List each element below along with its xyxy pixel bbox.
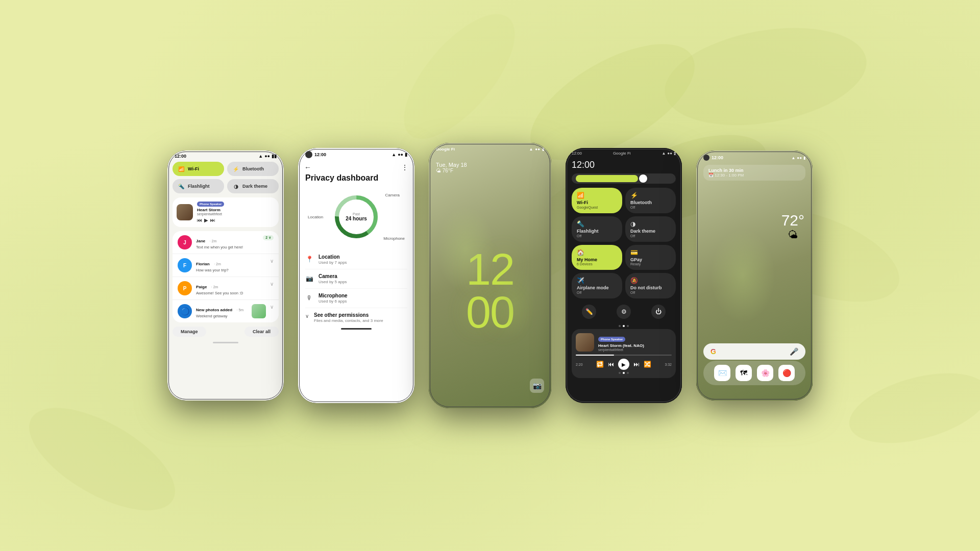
p4-tile-wifi-sub: GoogleQuest [577,206,617,209]
p1-home-indicator [213,342,238,343]
p4-time-end: 3:32 [665,363,672,366]
p2-perm-location-detail: Used by 7 apps [318,260,407,265]
p2-time: 12:00 [314,152,326,157]
p4-tile-dnd-name: Do not disturb [630,285,671,291]
p4-tile-dnd-sub: Off [630,291,671,294]
p2-see-other-subtitle: Files and media, contacts, and 3 more [314,318,407,323]
p3-bg-leaves [429,143,551,408]
notif-badge-jane: 2 ∨ [263,235,274,240]
p4-tile-bluetooth[interactable]: ⚡ Bluetooth Off [625,188,676,213]
p2-see-other-title: See other permissions [314,312,407,318]
photos-app-icon[interactable]: 🌸 [757,365,773,381]
p2-perm-microphone-detail: Used by 6 apps [318,299,407,304]
p4-edit-icon[interactable]: ✏️ [582,305,596,319]
p4-music-dot-1 [619,372,621,374]
p4-prev-btn[interactable]: ⏮ [608,361,614,368]
phone-2-privacy: 12:00 ▲ ●● ▮ ← ⋮ Privacy dashboard [298,148,414,403]
p4-tile-wifi[interactable]: 📶 Wi-Fi GoogleQuest [572,188,622,213]
p1-tile-flashlight[interactable]: 🔦 Flashlight [173,179,224,193]
p4-repeat-btn[interactable]: 🔁 [596,361,604,368]
p4-next-btn[interactable]: ⏭ [633,361,640,368]
p4-dot-2 [623,325,625,327]
location-icon: 📍 [305,255,313,263]
p5-app-dock: ✉️ 🗺 🌸 🔴 [703,361,805,385]
p2-microphone-label: Microphone [383,236,405,241]
avatar-florian: F [178,258,192,272]
gmail-app-icon[interactable]: ✉️ [714,365,730,381]
chevron-down-icon: ∨ [305,313,309,319]
camera-icon: 📷 [305,274,313,283]
more-options-button[interactable]: ⋮ [401,163,408,171]
p1-prev-btn[interactable]: ⏮ [197,217,202,223]
p2-camera-label: Camera [385,193,400,197]
expand-photos[interactable]: ∨ [270,304,274,310]
p4-tile-bluetooth-name: Bluetooth [630,200,671,206]
notif-name-florian: Florian [196,262,210,266]
p4-play-btn[interactable]: ▶ [618,359,629,370]
p4-icons-row: ✏️ ⚙ ⏻ [566,303,682,323]
notif-name-photos: New photos added [196,308,232,312]
p1-play-btn[interactable]: ▶ [204,217,208,223]
p5-temperature: 72° [781,212,804,229]
p4-tile-dnd[interactable]: 🔕 Do not disturb Off [625,273,676,298]
notif-item-jane: J Jane · 2m Text me when you get here! 2… [173,231,279,254]
p2-perm-camera-name: Camera [318,273,407,279]
brightness-fill [576,175,638,182]
p2-status-left: 12:00 [305,151,326,158]
p4-dot-3 [627,325,629,327]
p1-status-bar: 12:00 ▲ ●● ▮▮ [167,151,284,160]
back-button[interactable]: ← [304,163,311,171]
p3-camera-button[interactable]: 📷 [530,379,544,393]
p4-speaker-badge: Phone Speaker [598,337,625,342]
microphone-icon: 🎙 [305,294,313,302]
p1-notification-list: J Jane · 2m Text me when you get here! 2… [173,231,279,322]
p4-time-start: 2:20 [576,363,583,366]
p1-music-art [177,204,193,220]
expand-florian[interactable]: ∨ [270,258,274,264]
p4-brightness-slider[interactable] [572,173,676,184]
p5-search-bar[interactable]: G 🎤 [703,343,805,360]
p4-tile-darktheme[interactable]: ◑ Dark theme Off [625,216,676,242]
phone-5-home: 12:00 ▲ ●● ▮ Lunch in 30 min 📅 12:30 - 1… [696,151,813,400]
p4-tile-gpay[interactable]: 💳 GPay Ready [625,245,676,270]
p4-power-icon[interactable]: ⏻ [651,305,666,319]
p1-time: 12:00 [175,154,186,159]
bluetooth-icon: ⚡ [630,192,671,199]
p4-music-top: Phone Speaker Heart Storm (feat. NAO) se… [576,333,672,352]
p4-tile-airplane[interactable]: ✈️ Airplane mode Off [572,273,622,298]
flashlight-icon: 🔦 [178,183,185,190]
p4-tile-myhome[interactable]: 🏠 My Home 6 Devices [572,245,622,270]
p1-tile-wifi[interactable]: 📶 Wi-Fi [173,162,224,176]
p4-progress-bar[interactable] [576,355,672,356]
p4-time-row: 12:00 [566,158,682,173]
maps-app-icon[interactable]: 🗺 [736,365,752,381]
p4-tile-myhome-name: My Home [577,257,617,263]
clear-all-button[interactable]: Clear all [244,327,279,337]
p1-tile-wifi-label: Wi-Fi [188,166,199,171]
p1-tile-bluetooth[interactable]: ⚡ Bluetooth [227,162,279,176]
p4-tile-flashlight-name: Flashlight [577,229,617,234]
p2-chart-time-label: 24 hours [346,216,367,221]
p4-time-small: 12:00 [572,151,582,156]
p4-carrier: Google Fi [613,151,631,156]
manage-button[interactable]: Manage [173,327,206,337]
p1-next-btn[interactable]: ⏭ [210,217,215,223]
notif-content-paige: Paige · 2m Awesome! See you soon :D [196,281,266,295]
p4-tile-flashlight[interactable]: 🔦 Flashlight Off [572,216,622,242]
p4-settings-icon[interactable]: ⚙ [617,305,631,319]
p2-see-other[interactable]: ∨ See other permissions Files and media,… [298,308,414,323]
p2-perm-location: 📍 Location Used by 7 apps [305,250,407,269]
notif-name-paige: Paige [196,285,207,289]
p1-tile-darktheme-label: Dark theme [242,184,267,189]
notif-time-florian: · 2m [214,262,221,266]
p4-music-player: Phone Speaker Heart Storm (feat. NAO) se… [572,329,676,378]
p3-weather-text: 🌤 76°F [436,168,544,173]
avatar-jane: J [178,235,192,249]
p4-shuffle-btn[interactable]: 🔀 [644,361,651,368]
p1-tile-darktheme[interactable]: ◑ Dark theme [227,179,279,193]
expand-paige[interactable]: ∨ [270,281,274,287]
microphone-icon[interactable]: 🎤 [790,347,798,356]
notif-time-photos: · 5m [237,308,244,312]
chrome-app-icon[interactable]: 🔴 [778,365,795,381]
p4-time-display: 12:00 [572,160,595,170]
